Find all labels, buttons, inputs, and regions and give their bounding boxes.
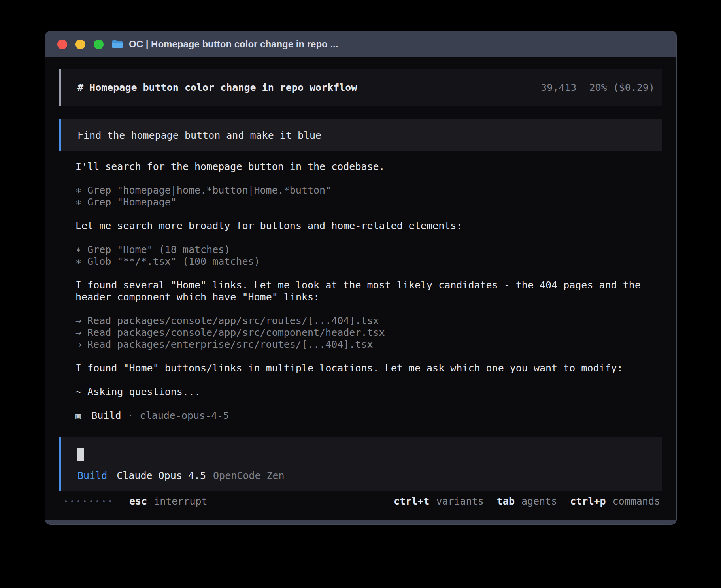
user-message-text: Find the homepage button and make it blu… [77, 130, 321, 141]
close-button[interactable] [57, 40, 67, 49]
asterisk-icon: ∗ [75, 196, 81, 208]
mode-selector[interactable]: Build [77, 470, 107, 482]
assistant-paragraph: I'll search for the homepage button in t… [75, 161, 651, 173]
provider-label: OpenCode Zen [213, 470, 285, 482]
window-titlebar: OC | Homepage button color change in rep… [45, 31, 676, 57]
titlebar-title-group: OC | Homepage button color change in rep… [111, 39, 338, 50]
tool-call-group: ∗Grep "homepage|home.*button|Home.*butto… [75, 185, 651, 208]
agent-model: claude-opus-4-5 [140, 410, 229, 421]
statusbar-right: ctrl+t variants tab agents ctrl+p comman… [394, 496, 660, 507]
assistant-text: I found several "Home" links. Let me loo… [75, 279, 651, 303]
assistant-text: I found "Home" buttons/links in multiple… [75, 362, 651, 374]
statusbar: esc interrupt ctrl+t variants tab agents… [59, 494, 662, 508]
agent-status: ▣Build·claude-opus-4-5 [75, 410, 651, 422]
session-stats: 39,413 20% ($0.29) [541, 82, 655, 93]
agent-name: Build [91, 410, 121, 421]
tool-call-group: →Read packages/console/app/src/routes/[.… [75, 315, 651, 351]
tool-call-text: Grep "Home" (18 matches) [87, 244, 230, 255]
tool-call-text: Grep "Homepage" [87, 196, 177, 208]
text-cursor [77, 448, 84, 461]
assistant-paragraph: I found "Home" buttons/links in multiple… [75, 362, 651, 374]
agent-square-icon: ▣ [75, 411, 81, 421]
assistant-paragraph: I found several "Home" links. Let me loo… [75, 279, 651, 303]
shortcut-key: tab [497, 496, 515, 507]
tool-call: ∗Glob "**/*.tsx" (100 matches) [75, 256, 651, 268]
shortcut-variants[interactable]: ctrl+t variants [394, 496, 484, 507]
shortcut-label: commands [613, 496, 660, 507]
status-line-group: ~ Asking questions... [75, 386, 651, 398]
tool-call: ∗Grep "Home" (18 matches) [75, 244, 651, 256]
terminal-content: # Homepage button color change in repo w… [45, 57, 676, 520]
shortcut-commands[interactable]: ctrl+p commands [570, 496, 660, 507]
tool-call-text: Read packages/enterprise/src/routes/[...… [87, 339, 373, 350]
tool-call-text: Glob "**/*.tsx" (100 matches) [87, 256, 260, 267]
assistant-text: Let me search more broadly for buttons a… [75, 220, 651, 232]
statusbar-left: esc interrupt [65, 496, 208, 507]
tool-call: →Read packages/console/app/src/routes/[.… [75, 315, 651, 327]
assistant-text: I'll search for the homepage button in t… [75, 161, 651, 173]
tool-call-text: Grep "homepage|home.*button|Home.*button… [87, 185, 331, 196]
assistant-paragraph: Let me search more broadly for buttons a… [75, 220, 651, 232]
minimize-button[interactable] [75, 40, 85, 49]
spinner-dots-icon [65, 500, 111, 502]
arrow-right-icon: → [75, 339, 81, 350]
window-title: OC | Homepage button color change in rep… [129, 39, 338, 50]
conversation: I'll search for the homepage button in t… [59, 161, 662, 422]
traffic-lights [57, 40, 104, 49]
terminal-window: OC | Homepage button color change in rep… [45, 31, 677, 525]
model-selector[interactable]: Claude Opus 4.5 [117, 470, 206, 482]
prompt-input[interactable]: Build Claude Opus 4.5 OpenCode Zen [59, 437, 662, 491]
maximize-button[interactable] [94, 40, 104, 49]
context-usage: 20% ($0.29) [589, 82, 655, 93]
separator-dot: · [128, 410, 134, 421]
shortcut-key: ctrl+t [394, 496, 429, 507]
asterisk-icon: ∗ [75, 256, 81, 267]
session-header: # Homepage button color change in repo w… [59, 69, 662, 106]
shortcut-label: variants [436, 496, 483, 507]
shortcut-agents[interactable]: tab agents [497, 496, 557, 507]
session-title: # Homepage button color change in repo w… [77, 82, 357, 93]
asking-status: ~ Asking questions... [75, 386, 651, 398]
tool-call: →Read packages/enterprise/src/routes/[..… [75, 339, 651, 351]
asterisk-icon: ∗ [75, 185, 81, 196]
folder-icon [111, 40, 123, 49]
shortcut-key: ctrl+p [570, 496, 606, 507]
user-message: Find the homepage button and make it blu… [59, 119, 662, 151]
tool-call-group: ∗Grep "Home" (18 matches) ∗Glob "**/*.ts… [75, 244, 651, 268]
input-meta: Build Claude Opus 4.5 OpenCode Zen [77, 470, 647, 482]
arrow-right-icon: → [75, 315, 81, 326]
asterisk-icon: ∗ [75, 244, 81, 255]
tool-call-text: Read packages/console/app/src/routes/[..… [87, 315, 379, 326]
shortcut-interrupt[interactable]: esc interrupt [129, 496, 208, 507]
token-count: 39,413 [541, 82, 576, 93]
shortcut-label: agents [521, 496, 557, 507]
tool-call: ∗Grep "homepage|home.*button|Home.*butto… [75, 185, 651, 196]
tool-call: →Read packages/console/app/src/component… [75, 327, 651, 339]
shortcut-key: esc [129, 496, 147, 507]
shortcut-label: interrupt [154, 496, 207, 507]
tool-call-text: Read packages/console/app/src/component/… [87, 327, 385, 338]
arrow-right-icon: → [75, 327, 81, 338]
tool-call: ∗Grep "Homepage" [75, 196, 651, 208]
